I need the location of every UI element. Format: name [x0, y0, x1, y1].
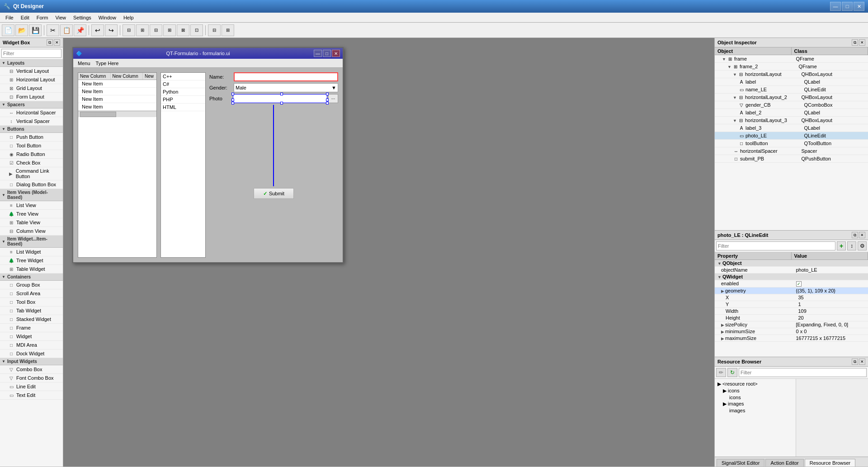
widget-list-view[interactable]: ≡ List View [0, 201, 63, 210]
form-list-widget[interactable]: C++ C# Python PHP HTML [160, 72, 206, 258]
oi-row-frame2[interactable]: ▼⊞frame_2 QFrame [715, 63, 868, 71]
pe-row-width[interactable]: Width 109 [715, 308, 868, 315]
pe-row-maxsize[interactable]: ▶maximumSize 16777215 x 16777215 [715, 335, 868, 342]
form-menu-menu[interactable]: Menu [75, 60, 93, 66]
pe-row-x[interactable]: X 35 [715, 294, 868, 301]
toolbar-layout4[interactable]: ⊞ [163, 24, 176, 36]
pe-group-qobject[interactable]: ▼QObject [715, 260, 868, 267]
toolbar-new[interactable]: 📄 [2, 24, 14, 36]
maximize-button[interactable]: □ [842, 2, 853, 11]
toolbar-undo[interactable]: ↩ [91, 24, 104, 36]
toolbar-adjust[interactable]: ⊞ [222, 24, 234, 36]
widget-group-box[interactable]: □ Group Box [0, 281, 63, 289]
toolbar-layout2[interactable]: ⊞ [136, 24, 149, 36]
rb-edit-btn[interactable]: ✏ [716, 368, 726, 377]
form-maximize[interactable]: □ [323, 50, 331, 57]
widget-font-combo-box[interactable]: ▽ Font Combo Box [0, 374, 63, 382]
oi-row-photo-le[interactable]: ▭photo_LE QLineEdit [715, 132, 868, 140]
oi-row-hlayout3[interactable]: ▼⊟horizontalLayout_3 QHBoxLayout [715, 117, 868, 124]
toolbar-paste[interactable]: 📌 [74, 24, 86, 36]
oi-row-label2[interactable]: Alabel_2 QLabel [715, 109, 868, 117]
form-menu-type-here[interactable]: Type Here [93, 60, 122, 66]
pe-enabled-checkbox[interactable]: ✓ [796, 281, 802, 287]
oi-row-label[interactable]: Alabel QLabel [715, 78, 868, 86]
widget-text-edit[interactable]: ▭ Text Edit [0, 391, 63, 400]
pe-row-sizepolicy[interactable]: ▶sizePolicy [Expanding, Fixed, 0, 0] [715, 321, 868, 328]
category-item-views[interactable]: ▼ Item Views (Model-Based) [0, 189, 63, 201]
oi-row-hlayout2[interactable]: ▼⊟horizontalLayout_2 QHBoxLayout [715, 94, 868, 101]
pe-val-height[interactable]: 20 [796, 315, 868, 321]
close-button[interactable]: ✕ [854, 2, 864, 11]
widget-scroll-area[interactable]: □ Scroll Area [0, 289, 63, 298]
pe-val-objectname[interactable]: photo_LE [793, 267, 868, 273]
widget-tree-view[interactable]: 🌲 Tree View [0, 210, 63, 218]
widget-mdi-area[interactable]: □ MDI Area [0, 341, 63, 349]
category-containers[interactable]: ▼ Containers [0, 274, 63, 281]
tab-signal-slot-editor[interactable]: Signal/Slot Editor [717, 459, 764, 467]
widget-table-widget[interactable]: ⊞ Table Widget [0, 265, 63, 274]
widget-table-view[interactable]: ⊞ Table View [0, 218, 63, 227]
pe-row-geometry[interactable]: ▶geometry {(35, 1), 109 x 20} [715, 288, 868, 294]
toolbar-save[interactable]: 💾 [29, 24, 42, 36]
widget-dialog-button-box[interactable]: □ Dialog Button Box [0, 180, 63, 189]
widget-column-view[interactable]: ⊟ Column View [0, 227, 63, 236]
widget-dock-widget[interactable]: □ Dock Widget [0, 349, 63, 358]
pe-row-minsize[interactable]: ▶minimumSize 0 x 0 [715, 328, 868, 335]
pe-sort-btn[interactable]: ↕ [847, 241, 856, 250]
widget-tree-widget[interactable]: 🌲 Tree Widget [0, 256, 63, 265]
oi-float-btn[interactable]: ⧉ [852, 39, 858, 46]
pe-val-width[interactable]: 109 [796, 308, 868, 314]
form-minimize[interactable]: — [314, 50, 322, 57]
menu-file[interactable]: File [2, 14, 17, 21]
widget-tool-box[interactable]: □ Tool Box [0, 298, 63, 307]
tree-item-4[interactable]: New Item [78, 103, 156, 111]
oi-row-submit-pb[interactable]: □submit_PB QPushButton [715, 155, 868, 163]
pe-float-btn[interactable]: ⧉ [852, 232, 858, 238]
pe-group-qwidget[interactable]: ▼QWidget [715, 274, 868, 280]
widget-line-edit[interactable]: ▭ Line Edit [0, 382, 63, 391]
toolbar-break[interactable]: ⊟ [208, 24, 221, 36]
submit-button[interactable]: ✓ Submit [254, 188, 294, 199]
tab-resource-browser[interactable]: Resource Browser [805, 459, 855, 467]
tree-scroll-thumb[interactable] [80, 112, 116, 117]
form-tree-widget[interactable]: New Column New Column New New Item New I… [78, 72, 157, 258]
tree-item-3[interactable]: New Item [78, 95, 156, 103]
category-buttons[interactable]: ▼ Buttons [0, 126, 63, 133]
widget-stacked-widget[interactable]: □ Stacked Widget [0, 315, 63, 324]
photo-tool-button[interactable]: ··· [328, 94, 338, 103]
pe-row-enabled[interactable]: enabled ✓ [715, 280, 868, 288]
widget-frame[interactable]: □ Frame [0, 324, 63, 332]
rb-item-icons-sub[interactable]: icons [717, 394, 794, 401]
oi-row-frame[interactable]: ▼⊞frame QFrame [715, 55, 868, 63]
widget-widget[interactable]: □ Widget [0, 332, 63, 341]
tab-action-editor[interactable]: Action Editor [765, 459, 803, 467]
widget-combo-box[interactable]: ▽ Combo Box [0, 365, 63, 374]
menu-window[interactable]: Window [95, 14, 120, 21]
category-layouts[interactable]: ▼ Layouts [0, 60, 63, 67]
oi-row-name-le[interactable]: ▭name_LE QLineEdit [715, 86, 868, 94]
oi-close-btn[interactable]: ✕ [859, 39, 865, 46]
widget-form-layout[interactable]: ⊡ Form Layout [0, 93, 63, 101]
widget-vertical-spacer[interactable]: ↕ Vertical Spacer [0, 117, 63, 126]
toolbar-layout3[interactable]: ⊟ [150, 24, 162, 36]
pe-add-btn[interactable]: + [837, 241, 846, 250]
toolbar-redo[interactable]: ↪ [105, 24, 118, 36]
oi-row-hspacer[interactable]: ↔horizontalSpacer Spacer [715, 147, 868, 155]
widget-horizontal-layout[interactable]: ⊞ Horizontal Layout [0, 75, 63, 84]
oi-row-label3[interactable]: Alabel_3 QLabel [715, 124, 868, 132]
rb-filter-input[interactable] [739, 368, 867, 377]
widget-grid-layout[interactable]: ⊠ Grid Layout [0, 84, 63, 93]
widget-horizontal-spacer[interactable]: ↔ Horizontal Spacer [0, 108, 63, 117]
widget-check-box[interactable]: ☑ Check Box [0, 159, 63, 167]
category-item-widgets[interactable]: ▼ Item Widget...Item-Based) [0, 236, 63, 248]
oi-row-tool-btn[interactable]: □toolButton QToolButton [715, 140, 868, 147]
pe-val-y[interactable]: 1 [796, 301, 868, 307]
tree-item-1[interactable]: New Item [78, 80, 156, 88]
menu-view[interactable]: View [52, 14, 70, 21]
widget-box-close[interactable]: ✕ [54, 39, 60, 46]
toolbar-layout5[interactable]: ⊠ [177, 24, 189, 36]
rb-reload-btn[interactable]: ↻ [727, 368, 737, 377]
rb-item-icons[interactable]: ▶ icons [717, 387, 794, 394]
widget-tab-widget[interactable]: □ Tab Widget [0, 307, 63, 315]
gender-combo[interactable]: Male ▼ [234, 83, 338, 92]
